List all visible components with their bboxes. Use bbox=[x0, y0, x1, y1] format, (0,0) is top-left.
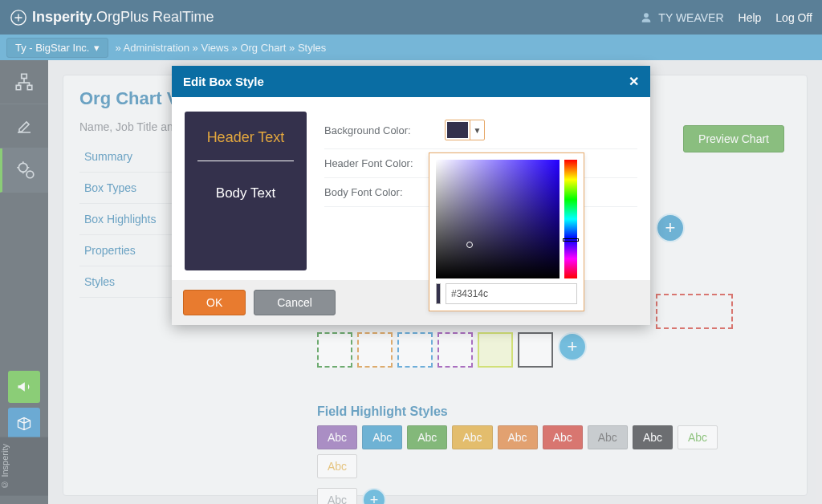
style-preview-box: Header Text Body Text bbox=[185, 112, 307, 270]
bg-color-dropdown[interactable]: ▼ bbox=[445, 120, 485, 140]
ok-button[interactable]: OK bbox=[183, 290, 246, 315]
bg-color-swatch bbox=[447, 122, 468, 138]
hue-cursor[interactable] bbox=[563, 238, 579, 242]
bg-color-row: Background Color: ▼ bbox=[324, 112, 637, 149]
close-icon[interactable]: ✕ bbox=[629, 74, 639, 89]
sv-cursor[interactable] bbox=[466, 242, 473, 248]
hex-input[interactable] bbox=[446, 283, 577, 304]
saturation-value-area[interactable] bbox=[436, 160, 560, 278]
chevron-down-icon[interactable]: ▼ bbox=[470, 120, 484, 140]
current-color-swatch bbox=[436, 283, 441, 304]
hue-slider[interactable] bbox=[564, 160, 577, 278]
color-picker[interactable] bbox=[429, 152, 584, 311]
cancel-button[interactable]: Cancel bbox=[254, 290, 336, 315]
modal-header: Edit Box Style ✕ bbox=[172, 66, 650, 97]
